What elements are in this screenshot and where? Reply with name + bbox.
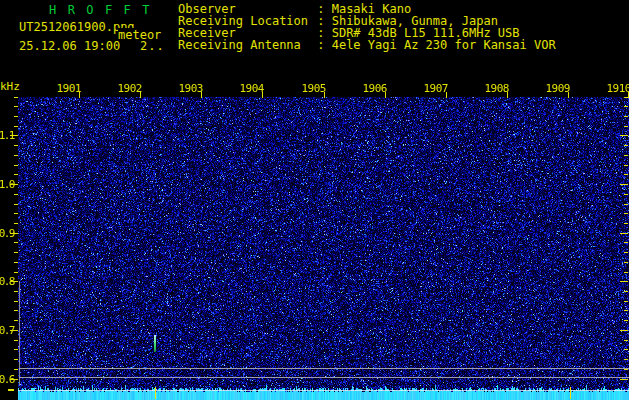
y-axis-tick-left bbox=[14, 340, 18, 341]
spectrogram-canvas bbox=[18, 97, 629, 385]
x-axis-tick bbox=[507, 92, 508, 98]
y-axis-tick-left bbox=[14, 126, 18, 127]
y-axis-tick-left bbox=[14, 252, 18, 253]
y-axis-tick-right bbox=[624, 174, 628, 175]
y-axis-tick-right bbox=[624, 213, 628, 214]
y-axis-tick-left bbox=[14, 291, 18, 292]
y-axis-tick-right bbox=[624, 126, 628, 127]
plot-left-border-line bbox=[19, 281, 20, 385]
y-axis-tick-left bbox=[14, 369, 18, 370]
strip-axis-tick bbox=[8, 389, 14, 391]
y-axis-tick-right bbox=[624, 97, 628, 98]
y-axis-tick-right bbox=[624, 349, 628, 350]
y-axis-tick-left bbox=[14, 204, 18, 205]
y-axis-tick-right bbox=[624, 291, 628, 292]
x-axis-tick bbox=[201, 92, 202, 98]
x-axis-tick bbox=[446, 92, 447, 98]
y-axis-tick-left bbox=[14, 174, 18, 175]
y-axis-tick-right bbox=[624, 242, 628, 243]
y-axis-label: 0.8 bbox=[0, 275, 14, 288]
y-axis-tick-left bbox=[14, 320, 18, 321]
info-value: 4ele Yagi Az 230 for Kansai VOR bbox=[332, 38, 556, 52]
y-axis-tick-right bbox=[624, 359, 628, 360]
y-axis-tick-right bbox=[624, 320, 628, 321]
y-axis-label: 1.1 bbox=[0, 129, 14, 142]
y-axis-tick-right bbox=[624, 369, 628, 370]
reference-line-upper bbox=[19, 368, 629, 369]
y-axis-tick-right bbox=[620, 233, 628, 234]
y-axis-tick-left bbox=[14, 301, 18, 302]
x-axis-label: 1904 bbox=[234, 82, 264, 95]
y-axis-tick-left bbox=[14, 359, 18, 360]
y-axis-label: 0.6 bbox=[0, 373, 14, 386]
detection-marker bbox=[570, 387, 571, 399]
y-axis-tick-right bbox=[620, 330, 628, 331]
y-axis-tick-left bbox=[14, 106, 18, 107]
x-axis-label: 1905 bbox=[296, 82, 326, 95]
y-axis-label: 0.9 bbox=[0, 227, 14, 240]
y-axis-tick-right bbox=[624, 223, 628, 224]
signal-level-strip-canvas bbox=[18, 385, 629, 400]
meteor-echo-streak bbox=[154, 335, 156, 352]
y-axis-tick-right bbox=[624, 116, 628, 117]
y-axis-tick-right bbox=[620, 135, 628, 136]
y-axis-label: 0.7 bbox=[0, 324, 14, 337]
y-axis-tick-left bbox=[14, 310, 18, 311]
y-axis-tick-right bbox=[624, 155, 628, 156]
info-label: Receiving Antenna bbox=[178, 39, 310, 51]
y-axis-tick-right bbox=[624, 252, 628, 253]
y-axis-tick-left bbox=[14, 97, 18, 98]
y-axis-tick-left bbox=[14, 242, 18, 243]
y-axis-tick-right bbox=[624, 272, 628, 273]
app-title: H R O F F T bbox=[49, 3, 152, 17]
y-axis-tick-right bbox=[624, 262, 628, 263]
observer-info-table: Observer : Masaki KanoReceiving Location… bbox=[178, 3, 556, 51]
x-axis-tick bbox=[79, 92, 80, 98]
hrofft-screen: H R O F F T UT2512061900.png meteor 25.1… bbox=[0, 0, 629, 400]
y-axis-tick-right bbox=[620, 184, 628, 185]
x-axis-label: 1909 bbox=[540, 82, 570, 95]
y-axis-tick-left bbox=[14, 272, 18, 273]
info-row-3: Receiving Antenna : 4ele Yagi Az 230 for… bbox=[178, 39, 556, 51]
y-axis-tick-left bbox=[14, 116, 18, 117]
y-axis-tick-right bbox=[624, 165, 628, 166]
info-separator: : bbox=[310, 38, 332, 52]
x-axis-tick bbox=[385, 92, 386, 98]
y-axis-unit-label: kHz bbox=[0, 80, 20, 93]
x-axis-label: 1907 bbox=[418, 82, 448, 95]
x-axis-label: 1902 bbox=[112, 82, 142, 95]
y-axis-label: 1.0 bbox=[0, 178, 14, 191]
reference-line-lower bbox=[19, 377, 629, 378]
x-axis-label: 1901 bbox=[51, 82, 81, 95]
x-axis-label: 1906 bbox=[357, 82, 387, 95]
y-axis-tick-left bbox=[14, 213, 18, 214]
y-axis-tick-left bbox=[14, 262, 18, 263]
y-axis-tick-left bbox=[14, 223, 18, 224]
y-axis-tick-right bbox=[620, 379, 628, 380]
y-axis-tick-left bbox=[14, 165, 18, 166]
x-axis-label: 1903 bbox=[173, 82, 203, 95]
y-axis-tick-right bbox=[624, 145, 628, 146]
x-axis-label: 1910 bbox=[601, 82, 629, 95]
x-axis-tick bbox=[262, 92, 263, 98]
x-axis-tick bbox=[324, 92, 325, 98]
y-axis-tick-left bbox=[14, 155, 18, 156]
x-axis-tick bbox=[568, 92, 569, 98]
y-axis-tick-left bbox=[14, 194, 18, 195]
y-axis-tick-right bbox=[624, 106, 628, 107]
y-axis-tick-right bbox=[624, 310, 628, 311]
y-axis-tick-left bbox=[14, 349, 18, 350]
x-axis-label: 1908 bbox=[479, 82, 509, 95]
x-axis-tick bbox=[140, 92, 141, 98]
y-axis-tick-right bbox=[624, 204, 628, 205]
y-axis-tick-right bbox=[620, 281, 628, 282]
echo-counter: 2.. bbox=[140, 39, 165, 53]
y-axis-tick-right bbox=[624, 301, 628, 302]
y-axis-tick-right bbox=[624, 340, 628, 341]
detection-marker bbox=[155, 387, 156, 399]
y-axis-tick-left bbox=[14, 145, 18, 146]
capture-datetime: 25.12.06 19:00 bbox=[19, 39, 120, 53]
y-axis-tick-right bbox=[624, 194, 628, 195]
